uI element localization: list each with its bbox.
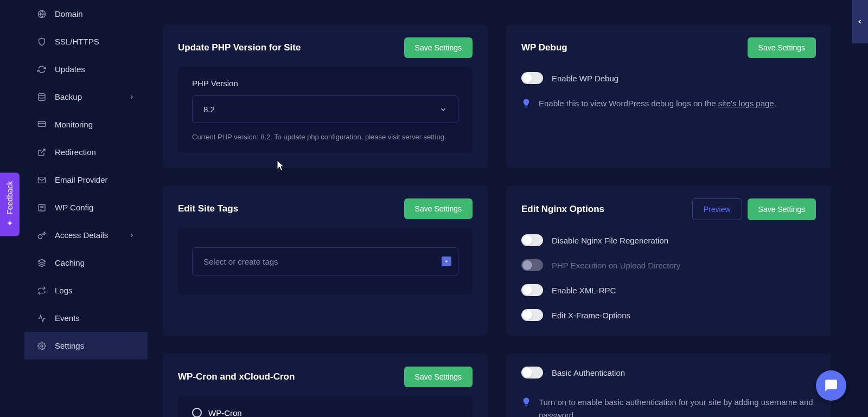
svg-rect-2 [38,121,45,126]
sidebar-item-redirection[interactable]: Redirection [24,138,148,166]
chevron-right-icon [129,233,135,238]
nginx-options-card: Edit Nginx Options Preview Save Settings… [506,185,831,336]
chat-icon [824,378,838,393]
sidebar-item-wpconfig[interactable]: WP Config [24,194,148,221]
sparkle-icon: ✦ [5,219,14,227]
wpcron-card: WP-Cron and xCloud-Cron Save Settings WP… [163,354,488,417]
main-content: Update PHP Version for Site Save Setting… [148,0,868,417]
preview-button[interactable]: Preview [692,198,742,220]
php-version-card: Update PHP Version for Site Save Setting… [163,24,488,168]
toggle-label: Disable Nginx File Regeneration [552,236,668,245]
svg-marker-11 [445,261,448,262]
php-version-select[interactable]: 8.2 [192,95,458,123]
xmlrpc-toggle[interactable] [521,284,543,296]
layers-icon [37,259,46,267]
card-title: WP Debug [521,42,567,53]
chevron-down-icon [439,106,447,113]
sidebar-item-logs[interactable]: Logs [24,277,148,304]
sidebar-item-label: Logs [55,286,73,295]
svg-point-10 [41,345,43,347]
chevron-right-icon [129,94,135,100]
sidebar-item-updates[interactable]: Updates [24,55,148,83]
sidebar-item-label: Caching [55,258,85,267]
sidebar-item-email[interactable]: Email Provider [24,166,148,194]
info-text: Enable this to view WordPress debug logs… [539,97,776,110]
monitor-icon [37,120,46,129]
sidebar-item-monitoring[interactable]: Monitoring [24,111,148,138]
sidebar-item-label: Events [55,313,80,323]
chat-button[interactable] [816,370,846,401]
info-text: Turn on to enable basic authentication f… [539,396,816,417]
sidebar-item-caching[interactable]: Caching [24,249,148,277]
feedback-label: Feedback [5,181,14,214]
mail-icon [37,176,46,184]
card-title: WP-Cron and xCloud-Cron [178,371,295,382]
sidebar-item-label: Domain [55,9,83,18]
wpcron-radio[interactable] [192,408,202,417]
refresh-icon [37,65,46,74]
svg-point-1 [39,93,45,95]
gear-icon [37,342,46,350]
toggle-label: Enable WP Debug [552,74,618,83]
sidebar-item-settings[interactable]: Settings [24,332,148,360]
enable-wp-debug-toggle[interactable] [521,72,543,84]
save-button[interactable]: Save Settings [404,37,473,58]
sidebar-item-events[interactable]: Events [24,304,148,332]
chevron-down-icon [442,256,451,266]
save-button[interactable]: Save Settings [748,198,816,220]
card-title: Edit Site Tags [178,203,238,214]
basic-auth-card: Basic Authentication Turn on to enable b… [506,354,831,417]
sidebar-item-label: Backup [55,92,82,101]
toggle-label: Edit X-Frame-Options [552,311,630,320]
site-tags-card: Edit Site Tags Save Settings Select or c… [163,185,488,336]
activity-icon [37,314,46,323]
feedback-tab[interactable]: ✦ Feedback [0,172,20,236]
tags-select[interactable]: Select or create tags [192,247,458,275]
radio-label: WP-Cron [208,408,242,418]
sidebar-item-access[interactable]: Access Details [24,221,148,249]
chevron-left-icon [857,18,863,25]
logs-page-link[interactable]: site's logs page [718,99,774,108]
sidebar-item-label: Access Details [55,230,108,240]
sidebar-item-label: Redirection [55,147,96,157]
sidebar-item-label: Settings [55,341,84,350]
xframe-toggle[interactable] [521,309,543,321]
card-title: Update PHP Version for Site [178,42,301,53]
card-title: Edit Nginx Options [521,204,604,215]
toggle-label: Basic Authentication [552,368,625,377]
toggle-label: PHP Execution on Upload Directory [552,261,680,270]
globe-icon [37,10,46,18]
sidebar-item-label: Email Provider [55,175,108,184]
sidebar-item-label: SSL/HTTPS [55,37,99,46]
help-text: Current PHP version: 8.2. To update php … [192,133,458,141]
key-icon [37,231,46,240]
php-exec-toggle [521,259,543,271]
select-placeholder: Select or create tags [203,257,278,266]
database-icon [37,93,46,101]
sidebar: Domain SSL/HTTPS Updates Backup Monitori… [0,0,148,417]
lightbulb-icon [521,98,531,108]
save-button[interactable]: Save Settings [404,367,473,387]
svg-marker-9 [38,259,45,263]
sidebar-item-backup[interactable]: Backup [24,83,148,111]
sidebar-item-domain[interactable]: Domain [24,0,148,28]
arrows-icon [37,286,46,295]
lightbulb-icon [521,397,531,407]
sidebar-item-label: Updates [55,65,85,74]
toggle-label: Enable XML-RPC [552,286,616,295]
sidebar-item-ssl[interactable]: SSL/HTTPS [24,28,148,55]
shield-icon [37,37,46,46]
external-link-icon [37,148,46,157]
sidebar-item-label: WP Config [55,203,93,212]
nginx-regen-toggle[interactable] [521,234,543,246]
sliders-icon [37,203,46,212]
field-label: PHP Version [192,79,458,88]
collapse-panel-button[interactable] [852,0,868,43]
select-value: 8.2 [203,105,215,114]
wp-debug-card: WP Debug Save Settings Enable WP Debug E… [506,24,831,168]
save-button[interactable]: Save Settings [748,37,816,58]
save-button[interactable]: Save Settings [404,198,473,219]
sidebar-item-label: Monitoring [55,120,93,129]
basic-auth-toggle[interactable] [521,367,543,378]
